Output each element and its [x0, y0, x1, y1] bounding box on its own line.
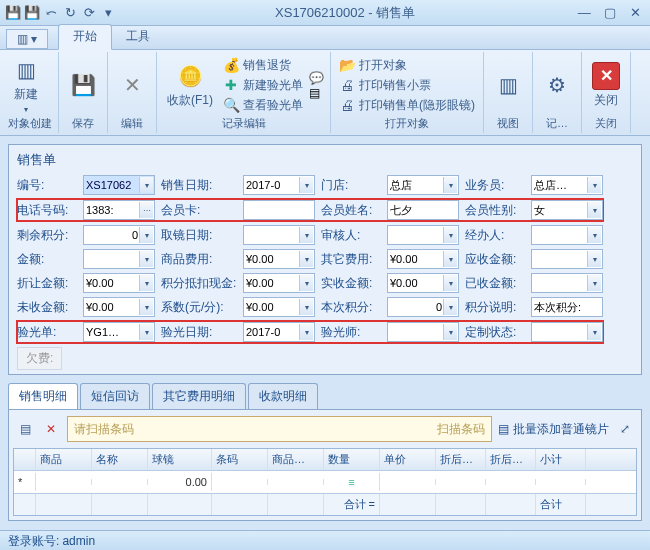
lbl-pointnote: 积分说明:	[465, 299, 525, 316]
field-thispoints[interactable]: 0▾	[387, 297, 459, 317]
field-actual[interactable]: ¥0.00▾	[387, 273, 459, 293]
field-card[interactable]	[243, 200, 315, 220]
maximize-icon[interactable]: ▢	[599, 4, 621, 22]
col-name[interactable]: 名称	[92, 449, 148, 470]
qty-stepper-icon[interactable]: ≡	[324, 473, 380, 491]
print-ticket-button[interactable]: 🖨打印销售小票	[337, 76, 477, 95]
lbl-amount: 金额:	[17, 251, 77, 268]
minimize-icon[interactable]: —	[573, 4, 595, 22]
qat-save-icon[interactable]: 💾	[4, 4, 22, 22]
lbl-ygdate: 验光日期:	[161, 324, 237, 341]
qat-saveclose-icon[interactable]: 💾	[23, 4, 41, 22]
sum-right: 合计	[536, 494, 586, 515]
field-ygperson[interactable]: ▾	[387, 322, 459, 342]
batch-icon: ▤	[498, 422, 509, 436]
field-custom[interactable]: ▾	[531, 322, 603, 342]
list-icon[interactable]: ▤	[309, 86, 324, 100]
col-prodx[interactable]: 商品…	[268, 449, 324, 470]
field-unreceived[interactable]: ¥0.00▾	[83, 297, 155, 317]
view-button[interactable]: ▥	[490, 69, 526, 101]
barcode-input[interactable]: 请扫描条码扫描条码	[67, 416, 492, 442]
qat-redo-icon[interactable]: ↻	[61, 4, 79, 22]
sales-return-button[interactable]: 💰销售退货	[221, 56, 305, 75]
field-sales[interactable]: 总店…▾	[531, 175, 603, 195]
field-coef[interactable]: ¥0.00▾	[243, 297, 315, 317]
expand-icon[interactable]: ⤢	[615, 419, 635, 439]
new-doc-icon: ▥	[12, 56, 40, 84]
col-sphere[interactable]: 球镜	[148, 449, 212, 470]
detail-grid: 商品 名称 球镜 条码 商品… 数量 单价 折后… 折后… 小计 * 0.00 …	[13, 448, 637, 516]
field-ygid[interactable]: YG1…▾	[83, 322, 155, 342]
field-id[interactable]: XS17062▾	[83, 175, 155, 195]
lbl-discount: 折让金额:	[17, 275, 77, 292]
field-phone[interactable]: 1383:⋯	[83, 200, 155, 220]
field-pointcash[interactable]: ¥0.00▾	[243, 273, 315, 293]
qat-refresh-icon[interactable]: ⟳	[80, 4, 98, 22]
app-menu-dropdown[interactable]: ▥ ▾	[6, 29, 48, 49]
view-yg-button[interactable]: 🔍查看验光单	[221, 96, 305, 115]
table-row[interactable]: * 0.00 ≡	[14, 471, 636, 493]
new-button[interactable]: ▥新建▾	[8, 54, 44, 116]
qat-dropdown-icon[interactable]: ▾	[99, 4, 117, 22]
lbl-id: 编号:	[17, 177, 77, 194]
tab-sms[interactable]: 短信回访	[80, 383, 150, 409]
tab-payment[interactable]: 收款明细	[248, 383, 318, 409]
return-icon: 💰	[223, 57, 239, 73]
delete-button[interactable]: ✕	[114, 69, 150, 101]
tab-start[interactable]: 开始	[58, 24, 112, 50]
col-qty[interactable]: 数量	[324, 449, 380, 470]
delete-row-icon[interactable]: ✕	[41, 419, 61, 439]
col-disc1[interactable]: 折后…	[436, 449, 486, 470]
field-otherfee[interactable]: ¥0.00▾	[387, 249, 459, 269]
tab-tools[interactable]: 工具	[112, 25, 164, 49]
field-store[interactable]: 总店▾	[387, 175, 459, 195]
sms-icon[interactable]: 💬	[309, 71, 324, 85]
form-title: 销售单	[17, 151, 633, 169]
lbl-mname: 会员姓名:	[321, 202, 381, 219]
close-button[interactable]: ✕关闭	[588, 60, 624, 111]
new-yg-button[interactable]: ✚新建验光单	[221, 76, 305, 95]
record-button[interactable]: ⚙	[539, 69, 575, 101]
field-goodsfee[interactable]: ¥0.00▾	[243, 249, 315, 269]
col-product[interactable]: 商品	[36, 449, 92, 470]
open-object-button[interactable]: 📂打开对象	[337, 56, 477, 75]
window-title: XS1706210002 - 销售单	[117, 4, 573, 22]
lbl-handler: 经办人:	[465, 227, 525, 244]
field-handler[interactable]: ▾	[531, 225, 603, 245]
col-disc2[interactable]: 折后…	[486, 449, 536, 470]
field-received[interactable]: ▾	[531, 273, 603, 293]
lbl-ygid: 验光单:	[17, 324, 77, 341]
field-date[interactable]: 2017-0▾	[243, 175, 315, 195]
col-subtotal[interactable]: 小计	[536, 449, 586, 470]
close-icon[interactable]: ✕	[624, 4, 646, 22]
print-hidden-button[interactable]: 🖨打印销售单(隐形眼镜)	[337, 96, 477, 115]
field-ygdate[interactable]: 2017-0▾	[243, 322, 315, 342]
lbl-phone: 电话号码:	[17, 202, 77, 219]
tab-detail[interactable]: 销售明细	[8, 383, 78, 409]
add-row-icon[interactable]: ▤	[15, 419, 35, 439]
arrears-label: 欠费:	[17, 347, 62, 370]
field-receivable[interactable]: ▾	[531, 249, 603, 269]
field-auditor[interactable]: ▾	[387, 225, 459, 245]
field-mname[interactable]: 七夕	[387, 200, 459, 220]
lbl-pointcash: 积分抵扣现金:	[161, 275, 237, 292]
status-bar: 登录账号: admin	[0, 530, 650, 550]
col-barcode[interactable]: 条码	[212, 449, 268, 470]
qat-undo-icon[interactable]: ⤺	[42, 4, 60, 22]
field-gender[interactable]: 女▾	[531, 200, 603, 220]
save-button[interactable]: 💾	[65, 69, 101, 101]
lbl-actual: 实收金额:	[321, 275, 381, 292]
batch-add-button[interactable]: ▤批量添加普通镜片	[498, 421, 609, 438]
lbl-ygperson: 验光师:	[321, 324, 381, 341]
tab-otherfee[interactable]: 其它费用明细	[152, 383, 246, 409]
field-pickdate[interactable]: ▾	[243, 225, 315, 245]
record-icon: ⚙	[543, 71, 571, 99]
col-price[interactable]: 单价	[380, 449, 436, 470]
field-discount[interactable]: ¥0.00▾	[83, 273, 155, 293]
col-sel[interactable]	[14, 449, 36, 470]
collect-button[interactable]: 🪙收款(F1)	[163, 60, 217, 111]
field-points[interactable]: 0▾	[83, 225, 155, 245]
field-amount[interactable]: ▾	[83, 249, 155, 269]
lbl-goodsfee: 商品费用:	[161, 251, 237, 268]
field-pointnote[interactable]: 本次积分:	[531, 297, 603, 317]
